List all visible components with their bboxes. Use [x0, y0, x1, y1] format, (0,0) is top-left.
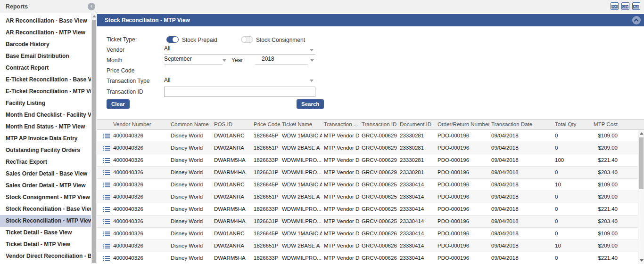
cell: WDW 2BASE A: [280, 240, 322, 252]
cell: PDO-000196: [436, 203, 489, 215]
column-header[interactable]: MTP Cost: [577, 120, 621, 129]
row-detail-list-icon[interactable]: [103, 231, 110, 237]
table-scrollbar[interactable]: [638, 130, 644, 264]
row-detail-list-icon[interactable]: [103, 133, 110, 139]
cell: 10: [553, 179, 577, 191]
year-dropdown[interactable]: 2018: [255, 56, 308, 65]
chevron-down-icon[interactable]: [310, 59, 314, 62]
sidebar-item[interactable]: Barcode History: [0, 39, 91, 50]
sidebar-item[interactable]: Stock Reconciliation - MTP View: [0, 215, 91, 227]
column-header[interactable]: Common Name: [169, 120, 212, 129]
column-header[interactable]: Transaction Date: [489, 120, 553, 129]
table-row[interactable]: 4000040326Disney WorldDW01ANRC1826645PWD…: [97, 179, 644, 191]
sidebar-item[interactable]: Stock Reconciliation - Base View: [0, 203, 91, 215]
sidebar-item[interactable]: Stock Consignment - MTP View: [0, 192, 91, 203]
export-xls-icon[interactable]: XLS: [632, 2, 640, 10]
stock-prepaid-toggle[interactable]: [166, 36, 179, 43]
row-detail-list-icon[interactable]: [103, 243, 110, 249]
sidebar-item[interactable]: Outstanding Facility Orders: [0, 144, 91, 156]
table-row[interactable]: 4000040326Disney WorldDW02ANRA1826651PWD…: [97, 191, 644, 203]
sidebar-item[interactable]: MTP AP Invoice Data Entry: [0, 133, 91, 144]
scroll-down-icon[interactable]: [640, 259, 644, 262]
cell: WDWMILPRO...: [280, 167, 322, 178]
cell: Disney World: [169, 154, 212, 166]
sidebar-item[interactable]: E-Ticket Reconciliation - MTP View: [0, 86, 91, 97]
cell: 4000040326: [111, 191, 169, 203]
chevron-down-icon[interactable]: [223, 59, 226, 62]
scroll-up-icon[interactable]: [92, 15, 96, 17]
cell: DWARM5HA: [212, 154, 252, 166]
vendor-dropdown[interactable]: All: [164, 45, 315, 55]
export-pdf-icon[interactable]: PDF: [611, 2, 619, 10]
sidebar-item[interactable]: AR Reconciliation - MTP View: [0, 27, 91, 39]
sidebar-item[interactable]: Contract Report: [0, 62, 91, 74]
transaction-id-input[interactable]: [164, 87, 315, 97]
sidebar-item[interactable]: Vendor Direct Reconciliation - Base Vi: [0, 250, 91, 262]
column-header[interactable]: Order/Return Number: [436, 120, 489, 129]
clear-button[interactable]: Clear: [107, 99, 130, 109]
sidebar-collapse-icon[interactable]: ‹: [88, 3, 95, 10]
row-detail-list-icon[interactable]: [103, 219, 110, 224]
row-detail-list-icon[interactable]: [103, 170, 110, 176]
month-dropdown[interactable]: September: [164, 56, 223, 65]
table-row[interactable]: 4000040326Disney WorldDW02ANRA1826651PWD…: [97, 240, 644, 252]
column-header[interactable]: POS ID: [212, 120, 252, 129]
column-header[interactable]: Total Qty: [553, 120, 577, 129]
table-row[interactable]: 4000040326Disney WorldDWARM4HA1826631PWD…: [97, 216, 644, 228]
cell: 09/04/2018: [489, 179, 553, 191]
table-row[interactable]: 4000040326Disney WorldDWARM4HA1826631PWD…: [97, 167, 644, 179]
table-row[interactable]: 4000040326Disney WorldDW02ANRA1826651PWD…: [97, 142, 644, 154]
sidebar-item[interactable]: Facility Listing: [0, 97, 91, 109]
cell: 0: [553, 228, 577, 240]
cell: 09/04/2018: [489, 130, 553, 142]
column-header[interactable]: Ticket Name: [280, 120, 322, 129]
cell: $203.40: [577, 167, 621, 178]
stock-consignment-label: Stock Consignment: [256, 37, 305, 43]
collapse-panel-button[interactable]: [632, 16, 641, 24]
sidebar-scrollbar[interactable]: [91, 13, 97, 264]
chevron-down-icon[interactable]: [310, 80, 314, 82]
row-detail-list-icon[interactable]: [103, 207, 110, 212]
column-header[interactable]: Total: [621, 120, 644, 129]
row-detail-list-icon[interactable]: [103, 158, 110, 163]
sidebar-item[interactable]: Month End Status - MTP View: [0, 121, 91, 133]
sidebar-item[interactable]: Sales Order Detail - Base View: [0, 168, 91, 180]
sidebar-item[interactable]: Ticket Detail - Base View: [0, 227, 91, 239]
cell: PDO-000196: [436, 179, 489, 191]
chevron-down-icon[interactable]: [310, 49, 314, 51]
sidebar-item[interactable]: AR Reconciliation - Base View: [0, 15, 91, 27]
sidebar-item[interactable]: Month End Checklist - Facility View: [0, 109, 91, 121]
sidebar-item[interactable]: Sales Order Detail - MTP View: [0, 180, 91, 192]
table-row[interactable]: 4000040326Disney WorldDW01ANRC1826645PWD…: [97, 130, 644, 142]
column-header[interactable]: Document ID: [398, 120, 436, 129]
cell: Disney World: [169, 142, 212, 154]
sidebar-item[interactable]: RecTrac Export: [0, 156, 91, 168]
table-row[interactable]: 4000040326Disney WorldDWARM5HA1826633PWD…: [97, 154, 644, 167]
cell: Disney World: [169, 191, 212, 203]
row-detail-list-icon[interactable]: [103, 194, 110, 200]
stock-consignment-toggle[interactable]: [241, 36, 253, 43]
table-scroll-thumb[interactable]: [639, 137, 644, 189]
scroll-up-icon[interactable]: [640, 132, 644, 135]
row-detail-list-icon[interactable]: [103, 256, 110, 261]
row-detail-list-icon[interactable]: [103, 182, 110, 188]
cell: PDO-000196: [436, 142, 489, 154]
sidebar-item[interactable]: E-Ticket Reconciliation - Base View: [0, 74, 91, 86]
column-header[interactable]: Transaction ...: [322, 120, 360, 129]
table-header-row: Vendor NumberCommon NamePOS IDPrice Code…: [97, 119, 644, 130]
export-csv-icon[interactable]: CSV: [621, 2, 629, 10]
search-button[interactable]: Search: [297, 99, 324, 109]
column-header[interactable]: Vendor Number: [111, 120, 169, 129]
row-detail-list-icon[interactable]: [103, 145, 110, 151]
sidebar-scroll-thumb[interactable]: [92, 20, 96, 263]
transaction-type-dropdown[interactable]: All: [164, 77, 315, 86]
cell: 1826633P: [252, 203, 280, 215]
column-header[interactable]: Price Code: [252, 120, 280, 129]
cell: GRCV-000629: [360, 130, 398, 142]
sidebar-item[interactable]: Ticket Detail - MTP View: [0, 239, 91, 250]
table-row[interactable]: 4000040326Disney WorldDWARM5HA1826633PWD…: [97, 203, 644, 216]
column-header[interactable]: Transaction ID: [360, 120, 398, 129]
table-row[interactable]: 4000040326Disney WorldDW01ANRC1826645PWD…: [97, 228, 644, 240]
sidebar-item[interactable]: Base Email Distribution: [0, 50, 91, 62]
table-row[interactable]: 4000040326Disney WorldDWARM5HA1826633PWD…: [97, 252, 644, 264]
